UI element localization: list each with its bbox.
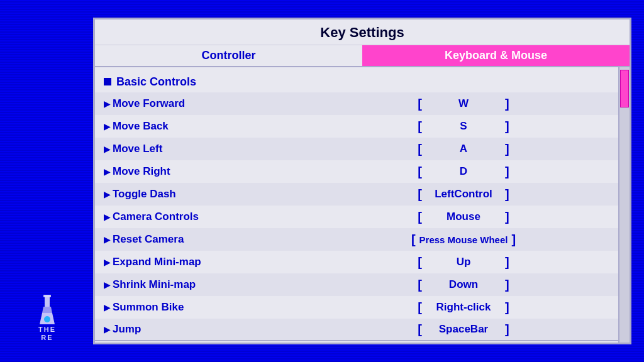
list-item[interactable]: ▶ Move Forward [ W ] (95, 92, 618, 115)
arrow-icon: ▶ (104, 167, 110, 177)
arrow-icon: ▶ (104, 145, 110, 154)
arrow-icon: ▶ (104, 235, 110, 244)
arrow-icon: ▶ (104, 99, 110, 109)
list-item[interactable]: ▶ Toggle Dash [ LeftControl ] (95, 183, 618, 206)
svg-marker-2 (42, 307, 52, 313)
section-square-icon (104, 78, 111, 85)
section-basic-controls: Basic Controls (95, 70, 618, 92)
arrow-icon: ▶ (104, 325, 110, 334)
list-item[interactable]: ▶ Camera Controls [ Mouse ] (95, 206, 618, 228)
svg-point-3 (44, 316, 50, 322)
list-item[interactable]: ▶ Jump [ SpaceBar ] (95, 319, 618, 341)
list-item[interactable]: ▶ Summon Bike [ Right-click ] (95, 296, 618, 319)
list-item[interactable]: ▶ Move Left [ A ] (95, 138, 618, 160)
list-item[interactable]: ▶ Move Right [ D ] (95, 160, 618, 183)
logo-flask-icon (35, 294, 60, 326)
panel-title: Key Settings (95, 19, 630, 45)
scrollbar[interactable] (618, 67, 630, 343)
arrow-icon: ▶ (104, 280, 110, 290)
tab-keyboard[interactable]: Keyboard & Mouse (362, 45, 630, 66)
arrow-icon: ▶ (104, 190, 110, 199)
logo-text: THERE (38, 326, 56, 342)
settings-list: Basic Controls ▶ Move Forward [ W ] ▶ (95, 67, 618, 343)
tab-controller[interactable]: Controller (95, 45, 362, 66)
scrollbar-thumb[interactable] (620, 70, 629, 107)
section-label: Basic Controls (116, 75, 196, 89)
arrow-icon: ▶ (104, 303, 110, 312)
settings-panel: Key Settings Controller Keyboard & Mouse… (93, 18, 631, 344)
svg-rect-4 (43, 295, 51, 297)
list-item[interactable]: ▶ Reset Camera [ Press Mouse Wheel ] (95, 228, 618, 251)
arrow-icon: ▶ (104, 122, 110, 131)
arrow-icon: ▶ (104, 212, 110, 222)
arrow-icon: ▶ (104, 258, 110, 267)
content-area: Basic Controls ▶ Move Forward [ W ] ▶ (95, 67, 630, 343)
logo: THERE (6, 293, 88, 343)
tabs-row: Controller Keyboard & Mouse (95, 45, 630, 67)
list-item[interactable]: ▶ Shrink Mini-map [ Down ] (95, 273, 618, 296)
list-item[interactable]: ▶ Expand Mini-map [ Up ] (95, 251, 618, 273)
list-item[interactable]: ▶ Move Back [ S ] (95, 115, 618, 138)
